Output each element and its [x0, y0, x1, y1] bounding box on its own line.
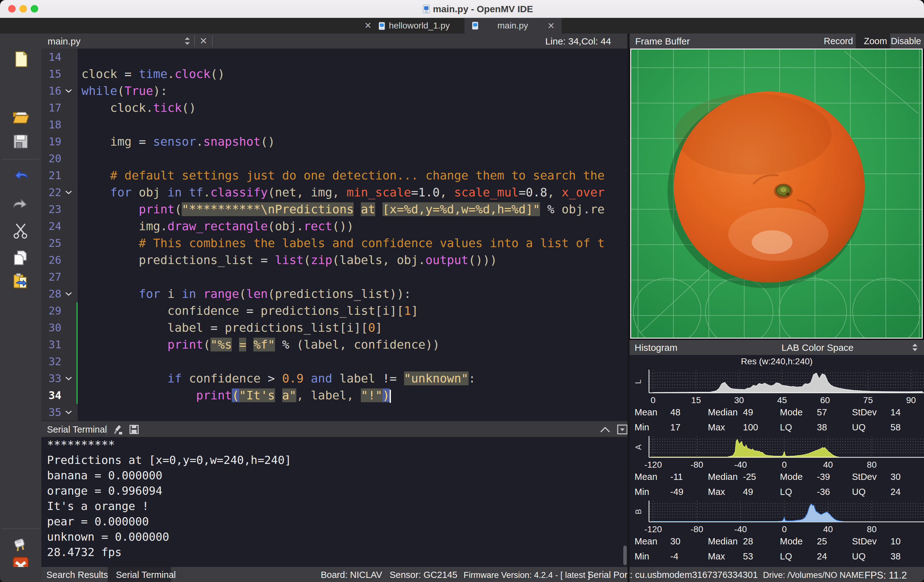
close-window-button[interactable]	[8, 5, 16, 13]
panel-menu-icon[interactable]	[617, 424, 628, 434]
code-line-28[interactable]: for i in range(len(predictions_list)):	[79, 285, 627, 302]
status-fps: FPS: 11.2	[865, 570, 907, 581]
zoom-button[interactable]: Zoom	[864, 36, 887, 46]
code-line-35[interactable]	[79, 404, 627, 421]
status-tab-serial-terminal[interactable]: Serial Terminal	[116, 570, 176, 580]
fold-chevron-icon[interactable]	[65, 190, 72, 196]
document-sort-icon[interactable]	[184, 37, 191, 45]
status-bar: Search Results Serial Terminal Board: NI…	[41, 567, 924, 582]
status-tab-search-results[interactable]: Search Results	[46, 570, 108, 580]
stat-label: Mean	[635, 472, 657, 482]
redo-button[interactable]	[12, 194, 30, 211]
copy-button[interactable]	[12, 249, 30, 267]
stat-value: -4	[670, 551, 678, 562]
status-firmware: Firmware Version: 4.2.4 - [ latest ]	[464, 570, 590, 580]
record-button[interactable]: Record	[824, 36, 853, 46]
code-line-34[interactable]: print("It's a", label, "!")	[79, 387, 627, 404]
code-line-19[interactable]: img = sensor.snapshot()	[79, 133, 627, 150]
code-line-25[interactable]: # This combines the labels and confidenc…	[79, 235, 627, 252]
terminal-scrollbar[interactable]	[623, 546, 627, 565]
gutter-row: 23	[41, 201, 78, 218]
stat-label: LQ	[780, 487, 792, 497]
stat-label: StDev	[852, 536, 877, 547]
save-terminal-icon[interactable]	[129, 424, 139, 434]
code-line-20[interactable]	[79, 150, 627, 167]
gutter-row: 20	[41, 150, 78, 167]
code-line-24[interactable]: img.draw_rectangle(obj.rect())	[79, 218, 627, 235]
code-line-31[interactable]: print("%s = %f" % (label, confidence))	[79, 336, 627, 353]
stat-label: Min	[635, 422, 649, 433]
histogram-plot-A	[630, 435, 924, 458]
gutter-row: 27	[41, 269, 78, 285]
axis-tick-label: 40	[823, 524, 833, 534]
code-line-30[interactable]: label = predictions_list[i][0]	[79, 319, 627, 336]
close-document-icon[interactable]: ✕	[200, 35, 207, 46]
fold-chevron-icon[interactable]	[65, 292, 72, 297]
code-editor[interactable]: 1415161718192021222324252627282930313233…	[41, 49, 627, 421]
panel-divider[interactable]	[627, 33, 630, 582]
line-number: 23	[41, 201, 61, 218]
fold-chevron-icon[interactable]	[65, 89, 72, 94]
editor-code-area[interactable]: clock = time.clock()while(True): clock.t…	[79, 49, 627, 421]
camera-frame-orange-image[interactable]	[630, 49, 923, 339]
code-line-26[interactable]: predictions_list = list(zip(labels, obj.…	[79, 252, 627, 269]
change-indicator	[76, 302, 78, 319]
code-line-32[interactable]	[79, 353, 627, 370]
channel-label-L: L	[634, 379, 643, 384]
disable-button[interactable]: Disable	[891, 36, 921, 46]
minimize-window-button[interactable]	[20, 5, 27, 13]
tab-label[interactable]: main.py	[497, 21, 528, 31]
tab-label[interactable]: helloworld_1.py	[389, 21, 450, 30]
code-line-27[interactable]	[79, 269, 627, 285]
new-file-button[interactable]	[12, 50, 30, 68]
code-line-17[interactable]: clock.tick()	[79, 99, 627, 116]
collapse-panel-icon[interactable]	[599, 426, 611, 433]
cut-button[interactable]	[12, 221, 30, 239]
stat-label: StDev	[852, 407, 877, 417]
gutter-row: 29	[41, 302, 78, 319]
frame-buffer-panel	[630, 49, 924, 340]
fold-chevron-icon[interactable]	[65, 410, 72, 415]
tab-main-active[interactable]: main.py ✕	[465, 18, 562, 33]
stat-value: 17	[670, 422, 680, 433]
orange-stem	[774, 183, 793, 199]
color-space-dropdown[interactable]: LAB Color Space	[782, 342, 853, 353]
toolbar-separator	[2, 159, 40, 160]
paste-button[interactable]	[12, 272, 30, 290]
code-line-16[interactable]: while(True):	[79, 82, 627, 99]
stat-label: Mode	[780, 407, 803, 417]
fold-chevron-icon[interactable]	[65, 376, 72, 382]
code-line-33[interactable]: if confidence > 0.9 and label != "unknow…	[79, 370, 627, 387]
fullscreen-window-button[interactable]	[31, 5, 38, 13]
open-document-selector[interactable]: main.py	[48, 36, 81, 47]
histogram-plot-B	[630, 500, 924, 523]
code-line-23[interactable]: print("**********\nPredictions at [x=%d,…	[79, 201, 627, 218]
channel-label-A: A	[634, 445, 644, 450]
undo-button[interactable]	[12, 165, 30, 183]
channel-label-B: B	[634, 509, 644, 514]
code-line-14[interactable]	[79, 49, 627, 66]
code-line-21[interactable]: # default settings just do one detection…	[79, 167, 627, 184]
stat-value: 53	[743, 551, 753, 562]
window-title: main.py - OpenMV IDE	[423, 4, 533, 15]
tab-helloworld[interactable]: ✕ helloworld_1.py	[364, 20, 450, 31]
code-line-18[interactable]	[79, 116, 627, 133]
editor-gutter: 1415161718192021222324252627282930313233…	[41, 49, 78, 421]
axis-tick-label: -80	[691, 524, 703, 534]
code-line-22[interactable]: for obj in tf.classify(net, img, min_sca…	[79, 184, 627, 201]
line-number: 29	[41, 302, 61, 319]
close-tab-icon[interactable]: ✕	[364, 21, 371, 30]
stat-label: Mean	[635, 536, 657, 547]
axis-tick-label: -120	[644, 460, 662, 470]
connect-button[interactable]	[12, 536, 30, 554]
serial-terminal-output[interactable]: **********Predictions at [x=0,y=0,w=240,…	[41, 437, 627, 567]
code-line-15[interactable]: clock = time.clock()	[79, 66, 627, 82]
axis-tick-label: -120	[644, 524, 662, 534]
close-tab-icon[interactable]: ✕	[548, 21, 555, 31]
stat-label: Min	[635, 487, 649, 497]
clear-terminal-icon[interactable]	[113, 424, 124, 435]
color-space-spinner-icon[interactable]	[911, 343, 918, 352]
save-file-button[interactable]	[12, 132, 30, 150]
code-line-29[interactable]: confidence = predictions_list[i][1]	[79, 302, 627, 319]
open-file-button[interactable]	[12, 108, 30, 125]
